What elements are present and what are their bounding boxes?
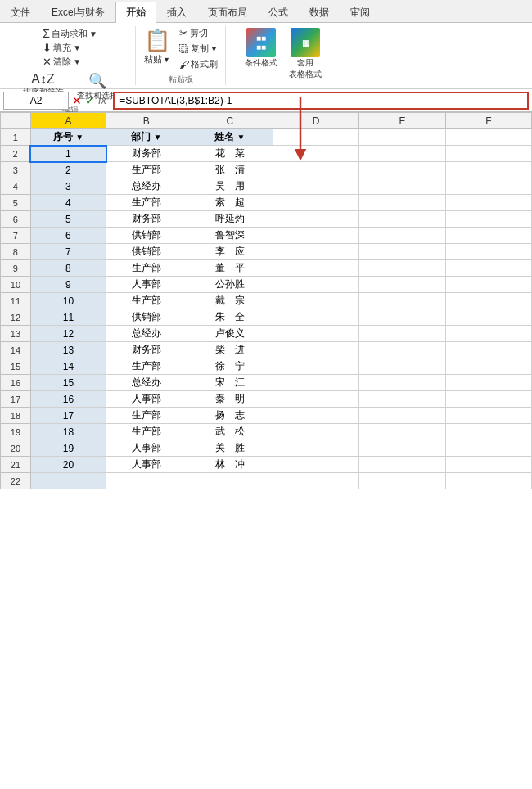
- cell-b10[interactable]: 人事部: [106, 277, 187, 293]
- fill-button[interactable]: ⬇ 填充 ▼: [40, 41, 83, 55]
- cell-e9[interactable]: [359, 260, 445, 277]
- copy-button[interactable]: ⿻ 复制 ▼: [177, 42, 220, 56]
- cell-f14[interactable]: [445, 342, 531, 358]
- cell-c11[interactable]: 戴 宗: [187, 293, 273, 309]
- cell-b22[interactable]: [106, 473, 187, 489]
- copy-dropdown-icon[interactable]: ▼: [210, 45, 218, 53]
- cell-d6[interactable]: [273, 211, 359, 228]
- col-header-b[interactable]: B: [106, 113, 187, 129]
- cell-f7[interactable]: [445, 228, 531, 244]
- cell-f17[interactable]: [445, 391, 531, 408]
- cell-b6[interactable]: 财务部: [106, 211, 187, 228]
- cell-c14[interactable]: 柴 进: [187, 342, 273, 358]
- cell-f3[interactable]: [445, 162, 531, 178]
- cell-d11[interactable]: [273, 293, 359, 309]
- col-header-e[interactable]: E: [359, 113, 445, 129]
- cell-f2[interactable]: [445, 146, 531, 162]
- cell-c18[interactable]: 扬 志: [187, 408, 273, 424]
- tab-page-layout[interactable]: 页面布局: [197, 2, 258, 23]
- cell-b20[interactable]: 人事部: [106, 440, 187, 457]
- cell-b14[interactable]: 财务部: [106, 342, 187, 358]
- autosum-button[interactable]: Σ 自动求和 ▼: [40, 26, 100, 41]
- cell-a22[interactable]: [30, 473, 106, 489]
- cell-d3[interactable]: [273, 162, 359, 178]
- fill-dropdown-icon[interactable]: ▼: [73, 43, 81, 52]
- cell-e2[interactable]: [359, 146, 445, 162]
- cell-e12[interactable]: [359, 309, 445, 326]
- paste-button[interactable]: 📋 粘贴 ▼: [141, 26, 174, 67]
- cell-f1[interactable]: [445, 129, 531, 146]
- cell-b1[interactable]: 部门 ▼: [106, 129, 187, 146]
- cell-f9[interactable]: [445, 260, 531, 277]
- cell-b8[interactable]: 供销部: [106, 244, 187, 260]
- col-header-f[interactable]: F: [445, 113, 531, 129]
- cell-a5[interactable]: 4: [30, 195, 106, 211]
- cell-f4[interactable]: [445, 178, 531, 195]
- cell-a12[interactable]: 11: [30, 309, 106, 326]
- cell-f18[interactable]: [445, 408, 531, 424]
- cell-e1[interactable]: [359, 129, 445, 146]
- cell-b12[interactable]: 供销部: [106, 309, 187, 326]
- cell-b13[interactable]: 总经办: [106, 326, 187, 342]
- cell-b19[interactable]: 生产部: [106, 424, 187, 440]
- formula-input[interactable]: [113, 92, 529, 110]
- cell-d14[interactable]: [273, 342, 359, 358]
- cell-a6[interactable]: 5: [30, 211, 106, 228]
- cell-f6[interactable]: [445, 211, 531, 228]
- cell-f12[interactable]: [445, 309, 531, 326]
- cell-d1[interactable]: [273, 129, 359, 146]
- cell-f19[interactable]: [445, 424, 531, 440]
- cell-c19[interactable]: 武 松: [187, 424, 273, 440]
- cell-e7[interactable]: [359, 228, 445, 244]
- cell-d4[interactable]: [273, 178, 359, 195]
- cell-a16[interactable]: 15: [30, 375, 106, 391]
- cell-d18[interactable]: [273, 408, 359, 424]
- cell-e18[interactable]: [359, 408, 445, 424]
- cell-b16[interactable]: 总经办: [106, 375, 187, 391]
- cell-e17[interactable]: [359, 391, 445, 408]
- cell-c17[interactable]: 秦 明: [187, 391, 273, 408]
- cell-a8[interactable]: 7: [30, 244, 106, 260]
- tab-excel-finance[interactable]: Excel与财务: [41, 2, 115, 23]
- cell-f21[interactable]: [445, 457, 531, 473]
- cell-b21[interactable]: 人事部: [106, 457, 187, 473]
- cell-d2[interactable]: [273, 146, 359, 162]
- cell-d17[interactable]: [273, 391, 359, 408]
- cell-e8[interactable]: [359, 244, 445, 260]
- cell-e10[interactable]: [359, 277, 445, 293]
- cell-c1[interactable]: 姓名 ▼: [187, 129, 273, 146]
- cell-c15[interactable]: 徐 宁: [187, 358, 273, 375]
- cell-f20[interactable]: [445, 440, 531, 457]
- cell-d13[interactable]: [273, 326, 359, 342]
- cell-c6[interactable]: 呼延灼: [187, 211, 273, 228]
- cell-b17[interactable]: 人事部: [106, 391, 187, 408]
- table-format-button[interactable]: ▦ 套用 表格格式: [286, 26, 325, 82]
- cell-b11[interactable]: 生产部: [106, 293, 187, 309]
- cell-b18[interactable]: 生产部: [106, 408, 187, 424]
- cell-d20[interactable]: [273, 440, 359, 457]
- cell-e16[interactable]: [359, 375, 445, 391]
- cell-a15[interactable]: 14: [30, 358, 106, 375]
- cell-d7[interactable]: [273, 228, 359, 244]
- autosum-dropdown-icon[interactable]: ▼: [89, 29, 97, 38]
- tab-home[interactable]: 开始: [115, 2, 156, 23]
- cell-a19[interactable]: 18: [30, 424, 106, 440]
- cell-c2[interactable]: 花 菜: [187, 146, 273, 162]
- tab-data[interactable]: 数据: [299, 2, 340, 23]
- cell-d15[interactable]: [273, 358, 359, 375]
- cell-f5[interactable]: [445, 195, 531, 211]
- clear-dropdown-icon[interactable]: ▼: [73, 57, 81, 66]
- confirm-icon[interactable]: ✓: [85, 94, 95, 107]
- cell-d10[interactable]: [273, 277, 359, 293]
- tab-insert[interactable]: 插入: [156, 2, 197, 23]
- cell-c5[interactable]: 索 超: [187, 195, 273, 211]
- cell-d8[interactable]: [273, 244, 359, 260]
- cell-a20[interactable]: 19: [30, 440, 106, 457]
- cell-b7[interactable]: 供销部: [106, 228, 187, 244]
- cell-d21[interactable]: [273, 457, 359, 473]
- cell-e20[interactable]: [359, 440, 445, 457]
- cell-f16[interactable]: [445, 375, 531, 391]
- col-header-c[interactable]: C: [187, 113, 273, 129]
- cell-b5[interactable]: 生产部: [106, 195, 187, 211]
- cell-c8[interactable]: 李 应: [187, 244, 273, 260]
